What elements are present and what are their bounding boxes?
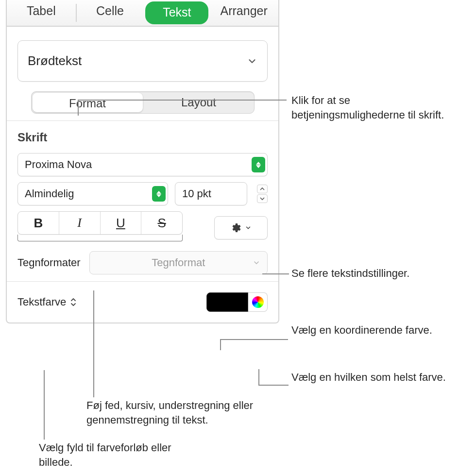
underline-button[interactable]: U (100, 212, 141, 234)
text-color-dropdown[interactable]: Tekstfarve (17, 296, 77, 308)
text-color-label: Tekstfarve (17, 296, 66, 308)
callout-format: Klik for at se betjeningsmulighederne ti… (291, 93, 447, 122)
callout-bius: Føj fed, kursiv, understregning eller ge… (86, 398, 290, 427)
font-size-field[interactable]: 10 pkt (175, 182, 247, 205)
leader-line (78, 100, 79, 116)
updown-icon (70, 297, 77, 307)
callout-well-picker: Vælg en hvilken som helst farve. (291, 370, 447, 385)
callout-textcolor: Vælg fyld til farveforløb eller billede. (39, 441, 204, 469)
chevron-down-icon (253, 259, 260, 267)
leader-line (258, 369, 259, 385)
tab-tekst[interactable]: Tekst (145, 1, 208, 24)
text-style-buttons: B I U S (17, 211, 183, 235)
leader-line (220, 339, 288, 340)
font-size-up[interactable] (257, 185, 268, 193)
inspector-tabs: Tabel Celle Tekst Arranger (7, 0, 278, 27)
italic-button[interactable]: I (59, 212, 100, 234)
font-family-select[interactable]: Proxima Nova (17, 153, 268, 176)
font-size-down[interactable] (257, 194, 268, 203)
callout-gear: Se flere tekstindstillinger. (291, 266, 457, 281)
color-well-preset[interactable] (206, 292, 248, 312)
tab-tabel[interactable]: Tabel (7, 0, 76, 26)
chevron-down-icon (245, 224, 252, 231)
character-style-placeholder: Tegnformat (152, 256, 205, 269)
character-style-select[interactable]: Tegnformat (89, 251, 268, 274)
character-styles-label: Tegnformater (17, 256, 81, 269)
tab-arranger[interactable]: Arranger (209, 0, 278, 26)
strikethrough-button[interactable]: S (141, 212, 182, 234)
character-styles-row: Tegnformater Tegnformat (17, 251, 268, 274)
paragraph-style-dropdown[interactable]: Brødtekst (17, 40, 268, 82)
font-size-value: 10 pkt (182, 187, 211, 200)
chevron-down-icon (247, 56, 257, 67)
gear-icon (230, 222, 242, 234)
text-color-row: Tekstfarve (7, 281, 278, 323)
leader-line (93, 290, 94, 397)
advanced-text-options[interactable] (214, 216, 268, 239)
bold-button[interactable]: B (18, 212, 59, 234)
callout-well-black: Vælg en koordinerende farve. (291, 323, 447, 338)
leader-line (220, 339, 221, 350)
segment-format[interactable]: Format (33, 93, 143, 112)
font-section: Skrift Proxima Nova Almindelig 10 pkt (7, 120, 278, 281)
tab-celle[interactable]: Celle (76, 0, 145, 26)
select-stepper-icon (152, 186, 166, 202)
inspector-panel: Tabel Celle Tekst Arranger Brødtekst For… (6, 0, 279, 323)
leader-line (258, 385, 289, 386)
bracket-decoration (17, 235, 183, 241)
font-family-value: Proxima Nova (25, 158, 92, 171)
color-well-custom[interactable] (248, 292, 268, 312)
segment-layout[interactable]: Layout (144, 92, 254, 113)
font-size-stepper (254, 183, 268, 205)
font-style-value: Almindelig (25, 187, 74, 200)
leader-line (44, 370, 45, 440)
format-layout-segment: Format Layout (31, 91, 255, 114)
color-wells (206, 292, 268, 312)
leader-line (78, 100, 287, 101)
select-stepper-icon (252, 157, 265, 172)
font-style-select[interactable]: Almindelig (17, 182, 168, 205)
paragraph-style-value: Brødtekst (28, 53, 82, 68)
color-wheel-icon (252, 296, 264, 308)
paragraph-style-section: Brødtekst Format Layout (7, 27, 278, 120)
leader-line (262, 273, 289, 274)
font-section-label: Skrift (17, 131, 268, 144)
